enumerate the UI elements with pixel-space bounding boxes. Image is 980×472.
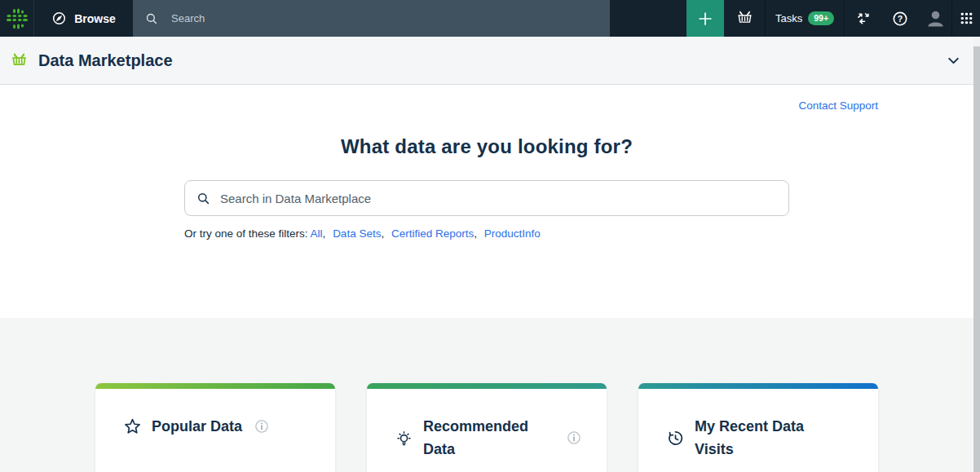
recommended-data-card[interactable]: Recommended Data [367,383,607,472]
tasks-label: Tasks [775,12,802,24]
collapse-chevron-button[interactable] [945,52,962,69]
info-icon[interactable] [254,418,270,435]
alation-logo-icon [7,8,28,29]
tasks-count-badge: 99+ [808,11,834,25]
green-basket-icon [10,51,29,70]
svg-text:?: ? [898,13,903,23]
page-title: Data Marketplace [38,51,173,70]
card-title: Recommended Data [423,415,554,461]
apps-menu-button[interactable] [951,0,980,37]
app-logo[interactable] [0,0,34,37]
nav-spacer [610,0,686,37]
global-search[interactable] [133,0,610,37]
scroll-area: Data Marketplace Contact Support What da… [0,37,980,472]
compose-button[interactable] [686,0,724,37]
hero-heading: What data are you looking for? [95,135,878,158]
chevron-down-icon [945,52,962,69]
card-title: My Recent Data Visits [695,415,829,461]
cycle-arrows-icon [854,10,872,28]
page: Browse [0,0,980,472]
tasks-button[interactable]: Tasks 99+ [765,0,844,37]
contact-support-link[interactable]: Contact Support [798,99,878,112]
hero-section: Contact Support What data are you lookin… [0,85,973,318]
card-accent-bar [95,383,335,389]
plus-icon [696,10,714,28]
lightbulb-icon [395,429,413,448]
recent-visits-card[interactable]: My Recent Data Visits [638,383,878,472]
filter-link-certified-reports[interactable]: Certified Reports [391,227,474,240]
filter-link-data-sets[interactable]: Data Sets [333,227,381,240]
separator: , [323,227,326,240]
filters-label: Or try one of these filters: [184,227,311,240]
marketplace-search-input[interactable] [220,192,778,205]
search-icon [144,11,159,26]
separator: , [474,227,477,240]
browse-label: Browse [74,12,116,25]
browse-button[interactable]: Browse [34,0,133,37]
grid-icon [959,11,974,26]
separator: , [381,227,384,240]
search-icon [196,191,211,206]
basket-icon [735,9,754,28]
basket-button[interactable] [724,0,765,37]
help-icon: ? [891,10,909,28]
star-icon [123,417,142,436]
filter-suggestions: Or try one of these filters: All, Data S… [184,227,878,240]
filter-link-all[interactable]: All [311,227,323,240]
top-nav: Browse [0,0,980,37]
user-menu[interactable] [919,0,951,37]
workflow-button[interactable] [844,0,881,37]
help-button[interactable]: ? [881,0,919,37]
marketplace-search-box[interactable] [184,180,789,216]
marketplace-header-bar: Data Marketplace [0,37,973,85]
vertical-scrollbar[interactable] [973,37,980,472]
global-search-input[interactable] [171,12,598,24]
compass-icon [51,11,67,26]
info-icon[interactable] [566,430,582,446]
avatar-icon [925,8,946,29]
card-title: Popular Data [152,415,242,438]
cards-section: Popular Data [0,318,973,472]
scrollbar-thumb[interactable] [973,46,980,472]
card-accent-bar [367,383,607,389]
popular-data-card[interactable]: Popular Data [95,383,335,472]
filter-link-productinfo[interactable]: ProductInfo [484,227,541,240]
history-icon [666,429,685,448]
card-accent-bar [638,383,878,389]
